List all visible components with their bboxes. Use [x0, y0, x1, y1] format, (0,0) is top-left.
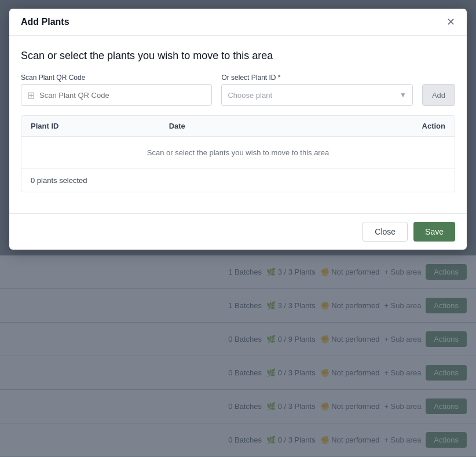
plant-id-label: Or select Plant ID *	[221, 74, 412, 82]
qr-icon: ⊞	[27, 90, 35, 101]
add-button[interactable]: Add	[422, 84, 455, 106]
modal-footer: Close Save	[9, 213, 467, 250]
qr-input-wrapper: ⊞	[21, 84, 212, 106]
add-plants-modal: Add Plants ✕ Scan or select the plants y…	[9, 9, 467, 250]
table-empty-message: Scan or select the plants you wish to mo…	[21, 137, 455, 169]
close-button[interactable]: Close	[363, 222, 408, 242]
modal-title: Add Plants	[21, 17, 69, 27]
plants-table: Plant ID Date Action Scan or select the …	[21, 115, 455, 192]
close-icon[interactable]: ✕	[446, 17, 455, 27]
plant-id-select[interactable]: Choose plant	[222, 85, 412, 105]
modal-body: Scan or select the plants you wish to mo…	[9, 36, 467, 213]
plant-id-select-wrapper: Choose plant ▼	[221, 84, 412, 106]
table-footer-count: 0 plants selected	[21, 169, 455, 192]
modal-header: Add Plants ✕	[9, 9, 467, 36]
table-header: Plant ID Date Action	[21, 116, 455, 137]
plant-id-group: Or select Plant ID * Choose plant ▼	[221, 74, 412, 106]
col-action: Action	[307, 122, 445, 130]
form-row: Scan Plant QR Code ⊞ Or select Plant ID …	[21, 74, 455, 106]
col-date: Date	[169, 122, 307, 130]
modal-overlay: Add Plants ✕ Scan or select the plants y…	[0, 0, 476, 457]
qr-code-label: Scan Plant QR Code	[21, 74, 212, 82]
qr-code-input[interactable]	[39, 91, 206, 100]
modal-subtitle: Scan or select the plants you wish to mo…	[21, 50, 455, 62]
save-button[interactable]: Save	[413, 222, 455, 242]
qr-code-group: Scan Plant QR Code ⊞	[21, 74, 212, 106]
col-plant-id: Plant ID	[31, 122, 169, 130]
